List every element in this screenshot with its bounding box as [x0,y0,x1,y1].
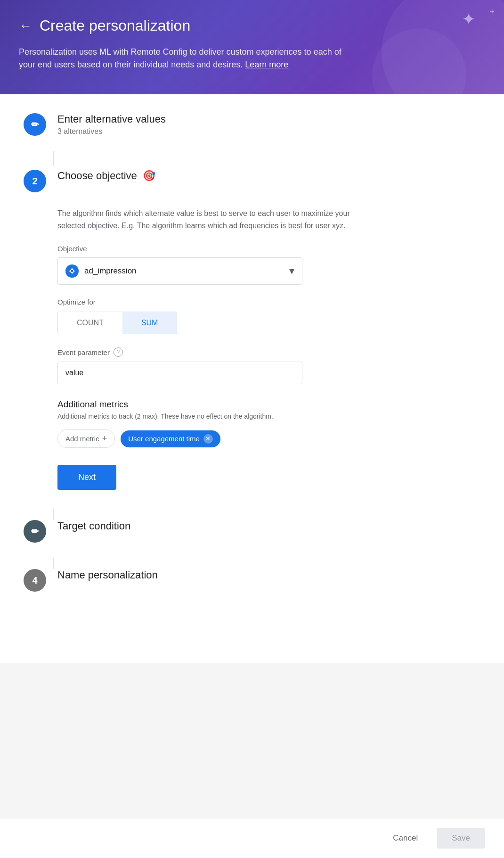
optimize-toggle-group: COUNT SUM [57,312,177,334]
save-button[interactable]: Save [437,828,485,849]
step-1-circle: ✏ [24,113,46,136]
step-1-title: Enter alternative values [57,113,166,125]
objective-icon: 🎯 [143,170,155,182]
chip-label: User engagement time [128,435,200,443]
page-title: Create personalization [40,17,190,34]
count-toggle-button[interactable]: COUNT [58,312,122,334]
step-4-number: 4 [32,575,37,586]
step-3-title: Target condition [57,520,130,532]
step-2-content: The algorithm finds which alternate valu… [57,207,480,509]
step-2-item: 2 Choose objective 🎯 [24,170,480,192]
step-3-pencil-icon: ✏ [31,526,39,537]
learn-more-link[interactable]: Learn more [245,60,288,69]
step-1-item: ✏ Enter alternative values 3 alternative… [24,113,480,136]
optimize-for-label: Optimize for [57,298,480,306]
step-2-header: Choose objective 🎯 [57,170,155,184]
step-2-circle: 2 [24,170,46,192]
objective-icon-circle [65,264,79,278]
add-metric-button[interactable]: Add metric + [57,429,115,448]
event-param-input[interactable] [57,362,302,384]
step-connector-3-4 [53,558,54,569]
sparkle-decoration-2: + [489,7,495,17]
pencil-icon: ✏ [31,119,39,130]
metrics-row: Add metric + User engagement time ✕ [57,429,480,448]
next-button[interactable]: Next [57,465,116,490]
help-icon[interactable]: ? [114,347,123,357]
sum-toggle-button[interactable]: SUM [122,312,177,334]
header-back-row: ← Create personalization [19,17,485,34]
page-header: ✦ + ← Create personalization Personaliza… [0,0,504,94]
chip-close-button[interactable]: ✕ [203,434,213,444]
additional-metrics-description: Additional metrics to track (2 max). The… [57,412,480,420]
header-description: Personalization uses ML with Remote Conf… [19,46,349,71]
step-1-header: Enter alternative values 3 alternatives [57,113,166,136]
step-1-subtitle: 3 alternatives [57,127,166,136]
step-4-header: Name personalization [57,569,158,583]
step-connector-2-3 [53,509,54,520]
plus-icon: + [102,434,107,444]
step-2-number: 2 [32,176,37,187]
svg-point-0 [71,270,74,273]
step-4-circle: 4 [24,569,46,592]
add-metric-label: Add metric [65,435,99,443]
event-param-label-row: Event parameter ? [57,347,480,357]
page-footer: Cancel Save [0,818,504,858]
chevron-down-icon: ▾ [289,265,294,277]
back-button[interactable]: ← [19,18,32,33]
step-3-header: Target condition [57,520,130,534]
objective-value: ad_impression [84,266,137,276]
step-3-item: ✏ Target condition [24,520,480,543]
objective-label: Objective [57,245,480,253]
sparkle-decoration-1: ✦ [462,9,476,29]
step-connector-1-2 [53,151,54,166]
step-2-description: The algorithm finds which alternate valu… [57,207,378,231]
additional-metrics-title: Additional metrics [57,399,480,410]
step-4-item: 4 Name personalization [24,569,480,592]
main-content: ✏ Enter alternative values 3 alternative… [0,94,504,663]
step-3-circle: ✏ [24,520,46,543]
cancel-button[interactable]: Cancel [383,828,427,849]
step-4-title: Name personalization [57,569,158,581]
user-engagement-chip: User engagement time ✕ [121,430,220,447]
step-2-title-row: Choose objective 🎯 [57,170,155,182]
objective-select[interactable]: ad_impression ▾ [57,257,302,285]
objective-select-left: ad_impression [65,264,137,278]
